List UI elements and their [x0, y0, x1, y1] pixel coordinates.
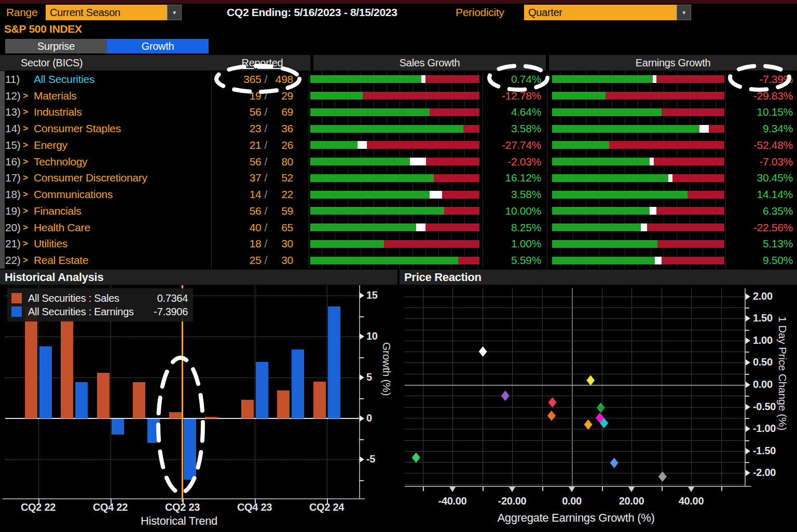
reported-cell: 56/69 [212, 104, 293, 121]
y-axis-minor-tick [359, 398, 364, 399]
earnings-growth-bar-track [552, 125, 724, 133]
column-header-reported[interactable]: Reported [214, 55, 310, 71]
earnings-growth-value: 9.50% [726, 252, 793, 269]
miss-segment [426, 158, 479, 165]
inline-segment [358, 141, 367, 149]
earnings-growth-bar [547, 203, 725, 219]
miss-segment [656, 207, 724, 215]
sector-row-utilities[interactable]: 21)>Utilities [5, 236, 211, 253]
y-axis-minor-tick [745, 418, 749, 419]
inline-segment [421, 75, 425, 83]
column-header-sales-growth[interactable]: Sales Growth [313, 55, 546, 71]
y-axis-minor-tick [745, 462, 749, 463]
expand-chevron-icon: > [23, 189, 34, 200]
gridline-horizontal [405, 407, 745, 408]
reported-count: 37 [250, 172, 262, 184]
reported-cell: 37/52 [212, 170, 293, 187]
sales-growth-bar-track [310, 223, 479, 231]
y-axis-minor-tick [359, 316, 364, 317]
scatter-point [610, 458, 619, 468]
y-axis-minor-tick [359, 357, 364, 358]
sales-growth-value: 3.58% [483, 120, 541, 137]
sector-row-consumer-staples[interactable]: 14)>Consumer Staples [5, 120, 211, 137]
periodicity-dropdown[interactable]: Quarter ▼ [524, 5, 691, 20]
reported-slash: / [264, 156, 267, 168]
sector-row-all-securities[interactable]: 11)All Securities [5, 71, 211, 88]
x-axis-tick-arrow [449, 487, 456, 492]
gridline-horizontal [405, 385, 745, 386]
y-axis-tick-arrow [746, 315, 750, 321]
sector-name: Communications [34, 188, 113, 201]
reported-slash: / [264, 122, 267, 135]
miss-segment [662, 257, 724, 264]
reported-count: 56 [250, 156, 262, 168]
y-axis-tick-label: 0.50 [753, 356, 773, 368]
index-title: S&P 500 INDEX [4, 23, 82, 35]
legend-label: All Securities : Sales [28, 292, 119, 304]
scatter-point [584, 419, 593, 430]
tab-growth[interactable]: Growth [107, 39, 209, 53]
y-axis-tick-label: 1.50 [753, 312, 773, 324]
tab-surprise[interactable]: Surprise [5, 39, 107, 53]
sales-growth-value: -27.74% [483, 137, 541, 153]
gridline-horizontal [405, 318, 745, 319]
sales-growth-bar [309, 203, 483, 219]
sales-growth-bar-track [310, 108, 479, 116]
sector-row-real-estate[interactable]: 22)>Real Estate [5, 252, 211, 269]
scatter-point [586, 375, 595, 385]
reported-total: 30 [270, 237, 293, 250]
reported-total: 29 [270, 90, 293, 102]
row-number: 13) [5, 106, 23, 118]
sector-row-technology[interactable]: 16)>Technology [5, 153, 211, 170]
row-number: 14) [5, 122, 23, 135]
column-header-sector[interactable]: Sector (BICS) [0, 55, 232, 71]
sector-row-health-care[interactable]: 20)>Health Care [5, 219, 211, 236]
y-axis-tick-label: -1.50 [753, 445, 776, 457]
x-axis-tick-arrow [628, 487, 635, 492]
beat-segment [310, 223, 416, 231]
reported-total: 69 [270, 106, 293, 118]
y-axis-minor-tick [745, 440, 749, 441]
reported-slash: / [264, 90, 267, 102]
sector-name: Industrials [34, 106, 81, 118]
sales-bar-cq2-22 [25, 307, 37, 418]
sales-growth-value: -2.03% [483, 153, 541, 170]
inline-segment [668, 174, 672, 182]
miss-segment [442, 191, 479, 199]
range-dropdown[interactable]: Current Season ▼ [46, 5, 182, 20]
beat-segment [310, 141, 358, 149]
chevron-down-icon[interactable]: ▼ [167, 5, 182, 20]
hist-legend: All Securities : Sales0.7364All Securiti… [7, 288, 193, 321]
miss-segment [662, 108, 724, 116]
reported-count: 40 [250, 221, 262, 234]
historical-analysis-header: Historical Analysis [0, 270, 397, 285]
gridline-horizontal [405, 484, 745, 485]
gridline-vertical [662, 288, 662, 486]
y-axis-tick-label: 5 [366, 371, 372, 383]
earnings-growth-bar [547, 120, 725, 137]
y-axis-tick-arrow [360, 333, 364, 340]
column-header-earnings-growth[interactable]: Earnings Growth [549, 55, 797, 71]
beat-segment [552, 125, 699, 133]
sector-row-industrials[interactable]: 13)>Industrials [5, 104, 211, 121]
gridline-vertical [512, 288, 513, 486]
sector-row-financials[interactable]: 19)>Financials [5, 203, 211, 219]
table-left-gutter [0, 71, 5, 269]
scatter-point [597, 402, 605, 413]
legend-value: -7.3906 [154, 306, 188, 318]
expand-chevron-icon: > [23, 173, 34, 183]
miss-segment [647, 223, 724, 231]
miss-segment [425, 75, 479, 83]
scatter-point [548, 397, 557, 408]
chevron-down-icon[interactable]: ▼ [677, 5, 691, 20]
sector-row-consumer-discretionary[interactable]: 17)>Consumer Discretionary [5, 170, 211, 187]
sector-row-energy[interactable]: 15)>Energy [5, 137, 211, 153]
sales-growth-bar [309, 219, 483, 236]
earnings-growth-bar [547, 153, 725, 170]
beat-segment [310, 92, 363, 100]
gridline-horizontal [405, 429, 745, 429]
x-axis-minor-tick [423, 487, 424, 491]
sector-row-communications[interactable]: 18)>Communications [5, 186, 211, 203]
reported-slash: / [264, 139, 267, 151]
sector-row-materials[interactable]: 12)>Materials [5, 88, 211, 104]
